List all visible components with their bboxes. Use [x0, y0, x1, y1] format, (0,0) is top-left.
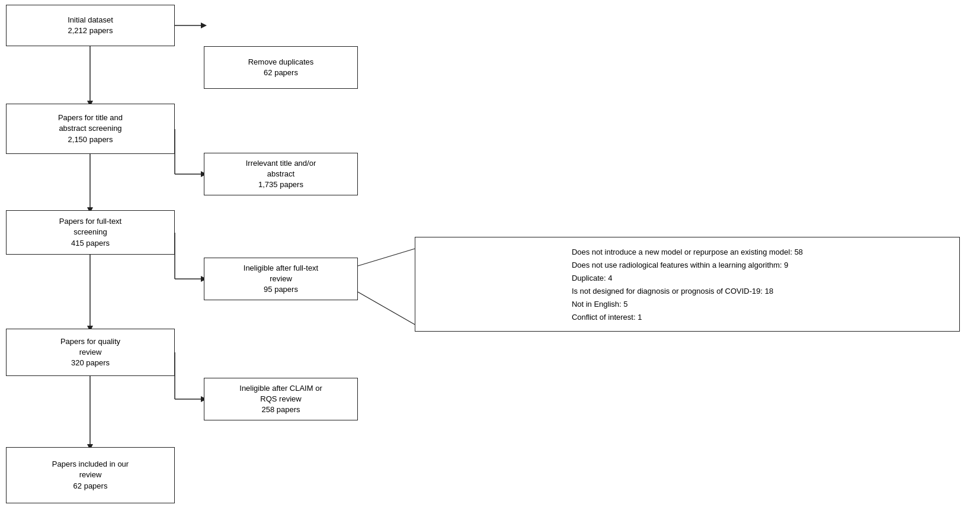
- box-title-abstract: Papers for title and abstract screening …: [6, 104, 175, 154]
- included-label: Papers included in our review 62 papers: [52, 459, 129, 491]
- svg-line-23: [358, 249, 415, 266]
- box-included: Papers included in our review 62 papers: [6, 447, 175, 503]
- ineligible-claim-label: Ineligible after CLAIM or RQS review 258…: [239, 383, 322, 416]
- initial-dataset-label: Initial dataset 2,212 papers: [68, 15, 113, 36]
- svg-marker-4: [201, 23, 207, 28]
- svg-line-24: [358, 292, 415, 325]
- remove-duplicates-label: Remove duplicates 62 papers: [248, 57, 314, 78]
- box-remove-duplicates: Remove duplicates 62 papers: [204, 46, 358, 89]
- full-text-label: Papers for full-text screening 415 paper…: [59, 216, 122, 249]
- ineligible-fulltext-label: Ineligible after full-text review 95 pap…: [244, 263, 318, 295]
- title-abstract-label: Papers for title and abstract screening …: [58, 113, 123, 145]
- box-ineligible-claim: Ineligible after CLAIM or RQS review 258…: [204, 378, 358, 420]
- box-irrelevant: Irrelevant title and/or abstract 1,735 p…: [204, 153, 358, 195]
- irrelevant-label: Irrelevant title and/or abstract 1,735 p…: [246, 158, 316, 191]
- quality-review-label: Papers for quality review 320 papers: [60, 336, 120, 369]
- box-initial-dataset: Initial dataset 2,212 papers: [6, 5, 175, 46]
- box-ineligible-fulltext: Ineligible after full-text review 95 pap…: [204, 258, 358, 300]
- box-criteria: Does not introduce a new model or repurp…: [415, 237, 960, 332]
- box-full-text: Papers for full-text screening 415 paper…: [6, 210, 175, 255]
- criteria-label: Does not introduce a new model or repurp…: [572, 246, 803, 325]
- box-quality-review: Papers for quality review 320 papers: [6, 329, 175, 376]
- flowchart: Initial dataset 2,212 papers Papers for …: [0, 0, 980, 514]
